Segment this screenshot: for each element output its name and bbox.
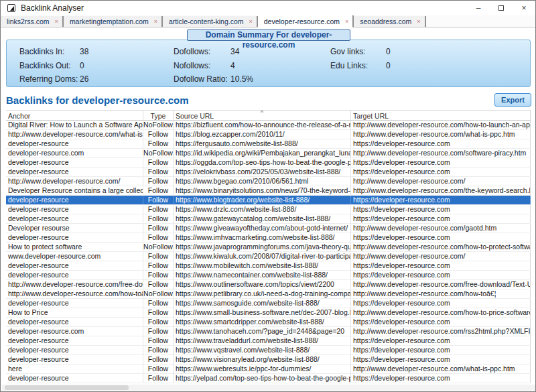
cell-anchor: developer-resource <box>6 271 143 279</box>
column-header-target-url[interactable]: Target URL <box>351 111 531 120</box>
table-row[interactable]: developer-resourceFollowhttps://www.trav… <box>6 336 531 346</box>
cell-target: http://www.developer-resource.com/what-i… <box>351 365 531 373</box>
cell-anchor: developer-resource.com <box>6 149 143 157</box>
table-row[interactable]: developer-resourceFollowhttps://www.gate… <box>6 214 531 224</box>
maximize-button[interactable] <box>490 1 513 15</box>
cell-anchor: developer-resource <box>6 205 143 214</box>
cell-source: https://www.drzlc.com/website-list-888/ <box>174 205 351 214</box>
cell-source: https://www.namecontainer.com/website-li… <box>174 271 351 279</box>
tab-close-icon[interactable]: × <box>345 18 348 25</box>
cell-target: https://developer-resource.com <box>351 139 531 148</box>
table-row[interactable]: http://www.developer-resource.com/what-i… <box>6 130 531 139</box>
cell-anchor: developer-resource <box>6 299 143 308</box>
table-row[interactable]: developer-resourceFollowhttps://www.blog… <box>6 196 531 205</box>
table-row[interactable]: developer-resourceFollowhttps://yelpad.c… <box>6 374 531 383</box>
minimize-button[interactable]: – <box>467 1 490 15</box>
cell-target: https://developer-resource.com <box>351 261 531 270</box>
cell-source: https://www.mobilewitch.com/website-list… <box>174 261 351 270</box>
column-header-type[interactable]: Type <box>143 111 174 120</box>
table-row[interactable]: developer-resourceFollowhttps://www.mobi… <box>6 261 531 271</box>
cell-anchor: developer-resource <box>6 196 143 204</box>
cell-type: Follow <box>143 346 174 354</box>
table-row[interactable]: http://www.developer-resource.com/Follow… <box>6 177 531 186</box>
table-row[interactable]: http://www.developer-resource.com/free-d… <box>6 280 531 289</box>
cell-source: https://id.wikipedia.org/wiki/Pembajakan… <box>174 149 351 157</box>
cell-target: http://www.developer-resource.com/what-i… <box>351 130 531 139</box>
tab-article-content-king.com[interactable]: article-content-king.com× <box>163 16 258 27</box>
table-row[interactable]: developer-resource.comNoFollowhttps://id… <box>6 149 531 158</box>
table-row[interactable]: developer-resourceFollowhttps://velokriv… <box>6 168 531 177</box>
cell-type: Follow <box>143 139 174 148</box>
window-controls: – × <box>467 1 535 15</box>
column-header-source-url[interactable]: ∧ Source URL <box>174 111 351 120</box>
cell-source: https://www.giveawayoftheday.com/about-g… <box>174 224 351 233</box>
tab-seoaddress.com[interactable]: seoaddress.com× <box>354 16 425 27</box>
stat-label-referring-doms: Referring Doms: <box>19 74 78 84</box>
cell-anchor: www.developer-resource.com <box>6 252 143 261</box>
cell-target: https://developer-resource.com <box>351 299 531 308</box>
close-button[interactable]: × <box>513 1 535 15</box>
cell-target: https://developer-resource.com <box>351 336 531 345</box>
cell-source: https://www.traveladdurl.com/website-lis… <box>174 336 351 345</box>
cell-type: Follow <box>143 355 174 364</box>
tab-marketingtemptation.com[interactable]: marketingtemptation.com× <box>64 16 163 27</box>
cell-source: https://www.webresults.ie/ppc-for-dummie… <box>174 365 351 373</box>
table-row[interactable]: developer-resourceFollowhttps://www.vqst… <box>6 346 531 355</box>
tab-links2rss.com[interactable]: links2rss.com× <box>1 16 64 27</box>
table-row[interactable]: developer-resourceFollowhttps://www.drzl… <box>6 205 531 214</box>
cell-source: https://yelpad.com/top-seo-tips-how-to-b… <box>174 374 351 383</box>
table-row[interactable]: developer-resourceFollowhttps://fergusau… <box>6 139 531 149</box>
cell-source: https://www.visionarylead.org/website-li… <box>174 355 351 364</box>
table-row[interactable]: developer-resourceFollowhttps://www.samo… <box>6 299 531 308</box>
table-row[interactable]: www.developer-resource.comFollowhttps://… <box>6 252 531 261</box>
table-row[interactable]: developer-resource.comFollowhttps://www.… <box>6 327 531 336</box>
cell-target: http://www.developer-resource.com/how-to… <box>351 289 531 298</box>
table-row[interactable]: http://www.developer-resource.com/how-to… <box>6 289 531 299</box>
cell-type: Follow <box>143 365 174 373</box>
table-row[interactable]: developer-resourceFollowhttps://oggda.co… <box>6 158 531 168</box>
tab-label: developer-resource.com <box>264 17 340 25</box>
cell-anchor: developer-resource <box>6 261 143 270</box>
table-row[interactable]: How to protect softwareNoFollowhttps://w… <box>6 243 531 252</box>
maximize-icon <box>498 5 504 11</box>
cell-anchor: developer-resource <box>6 318 143 326</box>
table-row[interactable]: developer-resourceFollowhttps://www.name… <box>6 271 531 280</box>
table-row[interactable]: Digital River: How to Launch a Software … <box>6 121 531 130</box>
table-row[interactable]: hereFollowhttps://www.webresults.ie/ppc-… <box>6 365 531 374</box>
tab-developer-resource.com[interactable]: developer-resource.com× <box>258 15 354 27</box>
cell-type: Follow <box>143 271 174 279</box>
table-row[interactable]: developer-resourceFollowhttps://www.visi… <box>6 355 531 365</box>
stat-value-dofollow-ratio: 10.5% <box>230 74 253 84</box>
table-row[interactable]: Developer resourseFollowhttps://www.give… <box>6 224 531 233</box>
tab-close-icon[interactable]: × <box>249 18 253 25</box>
stat-label-backlinks-out: Backlinks Out: <box>19 61 71 70</box>
tab-close-icon[interactable]: × <box>55 18 58 25</box>
table-row[interactable]: developer-resourceFollowhttps://www.smar… <box>6 318 531 327</box>
cell-type: Follow <box>143 336 174 345</box>
cell-type: Follow <box>143 158 174 167</box>
tab-close-icon[interactable]: × <box>154 18 157 25</box>
stat-label-dofollow-ratio: Dofollow Ratio: <box>174 74 228 84</box>
cell-target: https://developer-resource.com <box>351 205 531 214</box>
cell-anchor: Developer Resource contains a large coll… <box>6 186 143 195</box>
export-button[interactable]: Export <box>494 93 531 107</box>
tab-close-icon[interactable]: × <box>417 18 420 25</box>
cell-target: http://www.developer-resource.com/how-to… <box>351 243 531 251</box>
stat-value-gov-links: 0 <box>386 47 391 56</box>
stat-label-gov-links: Gov links: <box>330 47 366 56</box>
table-row[interactable]: How to PriceFollowhttps://www.small-busi… <box>6 308 531 318</box>
cell-anchor: http://www.developer-resource.com/free-d… <box>6 280 143 289</box>
cell-type: Follow <box>143 308 174 317</box>
column-header-anchor[interactable]: Anchor <box>6 111 143 120</box>
horizontal-scrollbar[interactable] <box>2 385 535 391</box>
cell-anchor: How to Price <box>6 308 143 317</box>
cell-source: https://www.kiwaluk.com/2008/07/digital-… <box>174 252 351 261</box>
horizontal-scrollbar-thumb[interactable] <box>5 385 129 390</box>
table-row[interactable]: Developer Resource contains a large coll… <box>6 186 531 196</box>
table-row[interactable]: developer-resourceFollowhttps://www.imhv… <box>6 233 531 243</box>
backlink-analyser-window: Backlink Analyser – × links2rss.com×mark… <box>0 0 536 392</box>
cell-source: https://www.javaprogrammingforums.com/ja… <box>174 243 351 251</box>
cell-source: https://www.smartcdripper.com/website-li… <box>174 318 351 326</box>
cell-anchor: developer-resource <box>6 168 143 176</box>
cell-source: https://velokrivbass.com/2025/05/03/webs… <box>174 168 351 176</box>
